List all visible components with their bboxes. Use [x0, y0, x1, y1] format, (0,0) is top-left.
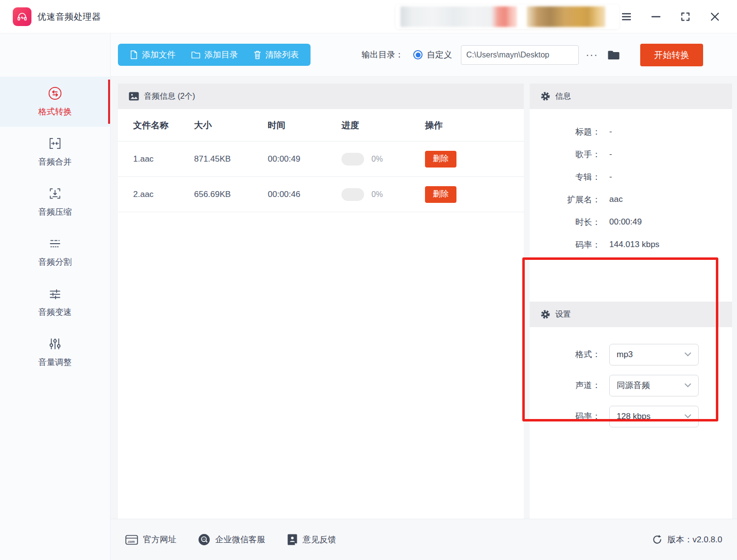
window-controls — [617, 0, 737, 33]
sidebar-item-label: 音频压缩 — [38, 206, 72, 218]
footer-link-label: 意见反馈 — [303, 534, 336, 545]
info-value: - — [609, 127, 612, 137]
custom-dir-radio[interactable]: 自定义 — [413, 49, 452, 60]
image-icon — [129, 92, 139, 101]
start-convert-button[interactable]: 开始转换 — [640, 44, 703, 66]
delete-button[interactable]: 删除 — [425, 151, 456, 168]
progress-cell: 0% — [341, 188, 425, 201]
progress-percent: 0% — [371, 155, 383, 164]
format-label: 格式： — [530, 349, 600, 360]
menu-icon[interactable] — [617, 7, 636, 26]
col-progress: 进度 — [341, 119, 425, 131]
website-icon: .com — [125, 534, 138, 545]
output-path-input[interactable] — [461, 45, 579, 65]
file-size: 656.69KB — [194, 190, 268, 199]
clear-list-button[interactable]: 清除列表 — [246, 44, 307, 66]
progress-cell: 0% — [341, 153, 425, 166]
format-select[interactable]: mp3 — [609, 344, 699, 365]
info-value: - — [609, 172, 612, 182]
bitrate-label: 码率： — [530, 411, 600, 422]
add-file-button[interactable]: 添加文件 — [122, 44, 183, 66]
feedback-icon — [287, 533, 298, 546]
volume-icon — [48, 336, 62, 351]
file-size: 871.45KB — [194, 154, 268, 164]
info-label: 歌手： — [530, 149, 600, 160]
redacted-region — [400, 6, 517, 27]
detail-panel: 信息 标题：- 歌手：- 专辑：- 扩展名：aac 时长：00:00:49 码率… — [530, 84, 732, 519]
audio-list-title: 音频信息 (2个) — [144, 91, 195, 102]
radio-selected-icon — [413, 50, 423, 59]
minimize-icon[interactable] — [647, 7, 665, 26]
convert-icon — [48, 86, 62, 101]
wechat-icon — [198, 533, 210, 546]
chevron-down-icon — [684, 352, 691, 357]
col-size: 大小 — [194, 119, 268, 131]
info-value: 144.013 kbps — [609, 240, 659, 250]
app-window: 优速音频处理器 — [0, 0, 737, 560]
info-label: 码率： — [530, 239, 600, 251]
compress-icon — [48, 186, 62, 201]
sidebar-item-audio-split[interactable]: 音频分割 — [0, 227, 110, 277]
split-icon — [48, 236, 62, 251]
add-directory-button[interactable]: 添加目录 — [183, 44, 246, 66]
footer-link-label: 企业微信客服 — [215, 534, 265, 545]
action-cell: 删除 — [425, 151, 524, 168]
close-icon[interactable] — [706, 7, 724, 26]
table-row: 1.aac 871.45KB 00:00:49 0% 删除 — [118, 141, 524, 177]
sidebar-item-label: 音频分割 — [38, 256, 72, 268]
info-label: 时长： — [530, 217, 600, 228]
settings-list: 格式： mp3 声道： 同源音频 码率： 128 kb — [530, 327, 732, 432]
sidebar-item-volume-adjust[interactable]: 音量调整 — [0, 327, 110, 377]
refresh-icon — [652, 534, 663, 545]
redacted-region — [527, 6, 605, 27]
progress-bar — [341, 153, 364, 166]
sidebar-item-label: 格式转换 — [38, 106, 72, 117]
maximize-icon[interactable] — [676, 7, 695, 26]
sidebar-item-label: 音频变速 — [38, 307, 72, 318]
progress-percent: 0% — [371, 190, 383, 199]
info-label: 扩展名： — [530, 194, 600, 205]
file-name: 1.aac — [118, 154, 194, 164]
sidebar-item-audio-merge[interactable]: 音频合并 — [0, 127, 110, 177]
file-actions-group: 添加文件 添加目录 清除列表 — [118, 44, 311, 66]
app-logo-icon — [13, 7, 31, 26]
info-value: aac — [609, 195, 623, 204]
info-value: 00:00:49 — [609, 217, 642, 227]
official-website-link[interactable]: .com 官方网址 — [125, 534, 176, 545]
title-bar: 优速音频处理器 — [0, 0, 737, 33]
sidebar-item-label: 音量调整 — [38, 357, 72, 368]
radio-label: 自定义 — [427, 49, 452, 60]
audio-list-header: 音频信息 (2个) — [118, 84, 524, 109]
toolbar: 添加文件 添加目录 清除列表 输出目录： 自定义 ··· — [111, 33, 737, 77]
delete-button[interactable]: 删除 — [425, 186, 456, 203]
sidebar-item-audio-compress[interactable]: 音频压缩 — [0, 177, 110, 227]
open-folder-icon[interactable] — [607, 49, 621, 61]
footer: .com 官方网址 企业微信客服 意见反馈 — [111, 519, 737, 560]
progress-bar — [341, 188, 364, 201]
action-cell: 删除 — [425, 186, 524, 203]
table-header-row: 文件名称 大小 时间 进度 操作 — [118, 109, 524, 141]
col-file-name: 文件名称 — [118, 119, 194, 131]
file-icon — [130, 50, 138, 59]
audio-list-panel: 音频信息 (2个) 文件名称 大小 时间 进度 操作 1.aac 871.45K… — [118, 84, 524, 519]
file-name: 2.aac — [118, 190, 194, 199]
sidebar: 格式转换 音频合并 音频压缩 — [0, 33, 111, 560]
footer-link-label: 官方网址 — [143, 534, 176, 545]
merge-icon — [48, 136, 62, 151]
info-list: 标题：- 歌手：- 专辑：- 扩展名：aac 时长：00:00:49 码率：14… — [530, 109, 732, 256]
bitrate-select[interactable]: 128 kbps — [609, 406, 699, 427]
info-title: 信息 — [555, 91, 571, 102]
speed-icon — [48, 286, 62, 301]
feedback-link[interactable]: 意见反馈 — [287, 533, 336, 546]
table-row: 2.aac 656.69KB 00:00:46 0% 删除 — [118, 177, 524, 212]
channel-select[interactable]: 同源音频 — [609, 375, 699, 396]
settings-title: 设置 — [555, 309, 571, 320]
sidebar-item-audio-speed[interactable]: 音频变速 — [0, 277, 110, 327]
browse-more-button[interactable]: ··· — [586, 53, 598, 57]
svg-text:.com: .com — [127, 539, 135, 543]
sidebar-item-format-convert[interactable]: 格式转换 — [0, 77, 110, 127]
file-duration: 00:00:46 — [268, 190, 341, 199]
col-time: 时间 — [268, 119, 341, 131]
info-value: - — [609, 149, 612, 159]
wechat-support-link[interactable]: 企业微信客服 — [198, 533, 265, 546]
